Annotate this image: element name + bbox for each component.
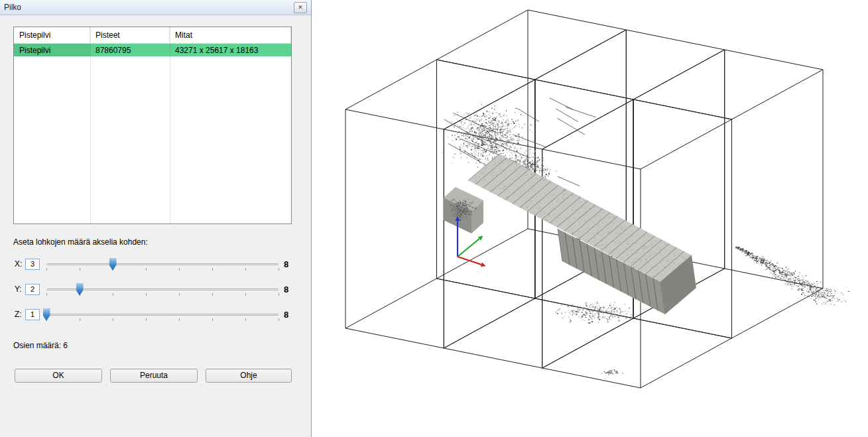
column-divider [90, 27, 91, 223]
slider-row-y: Y: 2 8 [15, 282, 301, 300]
point-cloud-render [312, 0, 868, 437]
table-body: Pistepilvi8786079543271 x 25617 x 18163 [14, 44, 291, 56]
table-header: Pistepilvi Pisteet Mitat [14, 27, 291, 44]
pointcloud-table[interactable]: Pistepilvi Pisteet Mitat Pistepilvi87860… [13, 27, 292, 224]
column-header-mitat[interactable]: Mitat [170, 27, 291, 43]
column-header-pistepilvi[interactable]: Pistepilvi [14, 27, 90, 43]
dialog-titlebar[interactable]: Pilko ✕ [0, 0, 311, 15]
axis-label-y: Y: [15, 284, 22, 294]
cancel-button[interactable]: Peruuta [110, 369, 198, 383]
pilko-dialog: Pilko ✕ Pistepilvi Pisteet Mitat Pistepi… [0, 0, 312, 437]
axis-count-label: Aseta lohkojen määrä akselia kohden: [13, 237, 148, 247]
slider-row-z: Z: 1 8 [15, 308, 301, 325]
y-max-label: 8 [284, 284, 288, 294]
y-slider-thumb[interactable] [76, 283, 84, 296]
column-divider [170, 27, 170, 223]
z-slider-thumb[interactable] [43, 308, 50, 321]
table-cell: Pistepilvi [14, 44, 90, 56]
parts-count-label: Osien määrä: 6 [13, 341, 68, 350]
column-header-pisteet[interactable]: Pisteet [90, 27, 170, 43]
viewport-3d[interactable] [312, 0, 868, 437]
table-row[interactable]: Pistepilvi8786079543271 x 25617 x 18163 [14, 44, 291, 56]
x-slider-track[interactable] [46, 263, 279, 265]
y-value-box[interactable]: 2 [25, 284, 40, 295]
x-max-label: 8 [284, 259, 288, 269]
axis-label-z: Z: [15, 310, 22, 319]
z-slider-track[interactable] [46, 314, 279, 316]
x-value-box[interactable]: 3 [25, 259, 40, 270]
table-cell: 87860795 [90, 44, 170, 56]
z-value-box[interactable]: 1 [25, 309, 40, 320]
ok-button[interactable]: OK [15, 369, 102, 383]
close-icon[interactable]: ✕ [294, 2, 307, 13]
axis-label-x: X: [15, 259, 22, 269]
dialog-title: Pilko [4, 3, 294, 12]
help-button[interactable]: Ohje [206, 369, 292, 383]
table-cell: 43271 x 25617 x 18163 [170, 44, 291, 56]
slider-row-x: X: 3 8 [15, 257, 301, 275]
z-max-label: 8 [284, 310, 288, 320]
x-slider-thumb[interactable] [109, 258, 117, 271]
